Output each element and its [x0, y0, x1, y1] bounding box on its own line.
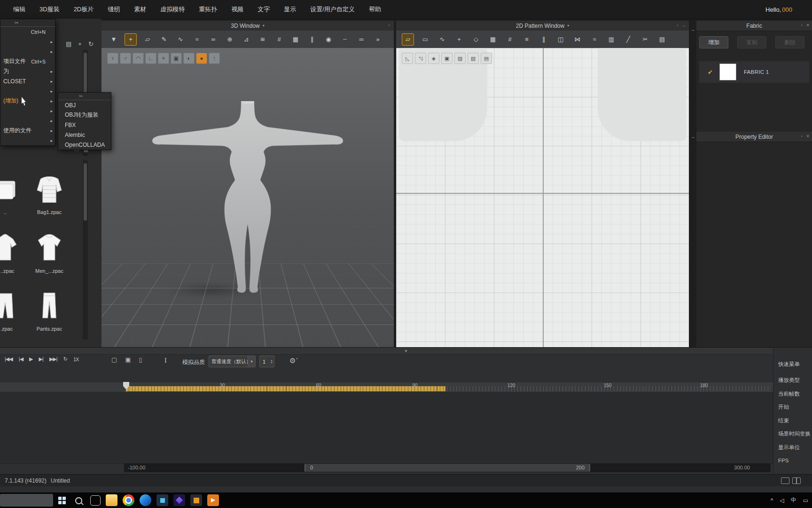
wind-controller-icon[interactable]: ≋	[257, 34, 268, 45]
next-frame-button[interactable]: ▶|	[39, 356, 43, 362]
close-panel-icon[interactable]: ×	[806, 23, 809, 28]
quick-menu-label[interactable]: FPS	[778, 458, 811, 471]
quick-menu-label[interactable]: 结束	[778, 417, 811, 431]
3d-viewport[interactable]: ♀♂◠∟+▣◐●↑	[102, 48, 394, 347]
menubar-item[interactable]: 显示	[284, 5, 296, 14]
avatar-model[interactable]	[150, 101, 345, 294]
fold-arrangement-icon[interactable]: ⊿	[241, 34, 252, 45]
float-panel-icon[interactable]: ▫	[388, 23, 390, 28]
avatar-hair-icon[interactable]: ◠	[133, 53, 144, 64]
topstitch-icon[interactable]: ┄	[339, 34, 351, 45]
show-grainline-icon[interactable]: ◹	[415, 53, 426, 64]
frame-input[interactable]: 1 ▴ ▾	[259, 356, 274, 367]
import-submenu-item[interactable]: OBJ转为服装	[58, 110, 111, 120]
pattern-grid-icon[interactable]: ▤	[656, 34, 668, 45]
show-grid-icon[interactable]: ▨	[454, 53, 466, 64]
app-icon-m[interactable]	[173, 494, 185, 506]
avatar-texture-icon[interactable]: ●	[196, 53, 207, 64]
float-panel-icon[interactable]: ▫	[677, 23, 679, 28]
edit-sewing-icon[interactable]: ∿	[175, 34, 186, 45]
file-menu-item[interactable]: ▸	[0, 86, 55, 96]
segment-sewing-icon[interactable]: ≈	[191, 34, 203, 45]
menubar-item[interactable]: 2D板片	[74, 5, 94, 14]
app-icon-orange[interactable]	[207, 494, 219, 506]
fabric-swatch[interactable]	[719, 64, 736, 80]
taskbar-widget[interactable]	[0, 494, 53, 507]
edit-curve-icon[interactable]: ∿	[437, 34, 448, 45]
menu-item-closet[interactable]: CLOSET ▸	[0, 76, 55, 86]
import-submenu-item[interactable]: FBX	[58, 120, 111, 130]
show-texture-icon[interactable]: ▧	[468, 53, 479, 64]
pin-icon[interactable]: ⊕	[224, 34, 235, 45]
sewing-2d-icon[interactable]: ⋈	[572, 34, 583, 45]
quick-menu-label[interactable]: 当前帧数	[778, 390, 811, 404]
scrollbar-thumb[interactable]	[84, 163, 87, 221]
file-menu-item[interactable]: ▸	[0, 135, 55, 145]
user-greeting[interactable]: Hello, 000	[765, 0, 792, 19]
pattern-piece-shape[interactable]	[598, 48, 686, 141]
avatar-male-icon[interactable]: ♂	[120, 53, 131, 64]
avatar-export-icon[interactable]: ↑	[209, 53, 220, 64]
slash-spread-icon[interactable]: ╱	[623, 34, 634, 45]
go-end-button[interactable]: ▶▶|	[49, 356, 57, 362]
menubar-item[interactable]: 视频	[231, 5, 243, 14]
timeline-ruler[interactable]: 306090120150180	[0, 382, 773, 392]
spin-down-icon[interactable]: ▾	[271, 362, 272, 364]
layout-split-icon[interactable]	[792, 477, 801, 484]
close-panel-icon[interactable]: ×	[806, 134, 809, 139]
menubar-item[interactable]: 重拓扑	[199, 5, 217, 14]
menu-item-save-project[interactable]: 项目文件 Ctrl+S	[0, 56, 55, 66]
button-tool-icon[interactable]: ◉	[323, 34, 334, 45]
2d-pattern-area[interactable]: ◺◹◈▣▨▧▤	[396, 48, 689, 347]
library-item-partial-2[interactable]	[0, 290, 21, 321]
polygon-tool-icon[interactable]: ◇	[470, 34, 482, 45]
avatar-shoes-icon[interactable]: ∟	[145, 53, 156, 64]
show-points-icon[interactable]: ◈	[428, 53, 439, 64]
library-item-men-shirt[interactable]	[34, 232, 65, 263]
library-item-partial-1[interactable]	[0, 232, 21, 263]
chrome-icon[interactable]	[123, 494, 134, 506]
parallel-tool-icon[interactable]: ∥	[538, 34, 549, 45]
menubar-item[interactable]: 设置/用户自定义	[310, 5, 355, 14]
play-button[interactable]: ▶	[29, 356, 32, 362]
library-item-folder-up[interactable]	[0, 174, 21, 205]
avatar-pose-icon[interactable]: +	[158, 53, 169, 64]
edge-icon[interactable]	[140, 494, 151, 506]
file-menu-item[interactable]: ▸	[0, 47, 55, 56]
collapse-panel-icon[interactable]: →	[681, 23, 686, 28]
show-sewing-icon[interactable]: ◺	[402, 53, 413, 64]
expand-panel-arrow-icon[interactable]: →	[690, 134, 695, 139]
property-editor-header[interactable]: Property Editor ▫ ×	[696, 132, 812, 142]
menubar-item[interactable]: 缝纫	[108, 5, 120, 14]
free-sewing-2d-icon[interactable]: ≈	[589, 34, 600, 45]
simulate-icon[interactable]: ▼	[108, 34, 119, 45]
app-icon-dark[interactable]	[156, 494, 168, 506]
tray-notification-icon[interactable]: ▭	[803, 497, 808, 504]
tray-chevron-icon[interactable]: ^	[771, 497, 773, 504]
menubar-item[interactable]: 素材	[134, 5, 146, 14]
fabric-delete-button[interactable]: 删除	[775, 36, 804, 48]
task-view-icon[interactable]	[90, 495, 101, 506]
search-icon[interactable]	[75, 497, 82, 504]
file-explorer-icon[interactable]	[106, 494, 117, 506]
menubar-item[interactable]: 3D服装	[39, 5, 60, 14]
file-menu-item[interactable]: ▸	[0, 37, 55, 47]
float-panel-icon[interactable]: ▫	[801, 134, 803, 139]
pen-3d-icon[interactable]: ✎	[158, 34, 170, 45]
symmetry-tool-icon[interactable]: ◫	[555, 34, 566, 45]
file-menu-item[interactable]: ▸	[0, 106, 55, 116]
file-menu-item[interactable]: ▸	[0, 116, 55, 126]
quick-menu-label[interactable]: 开始	[778, 404, 811, 417]
collapse-caret-icon[interactable]: ▼	[404, 349, 408, 353]
seam-allowance-icon[interactable]: ≡	[521, 34, 532, 45]
show-annotation-icon[interactable]: ▤	[481, 53, 492, 64]
chevron-down-icon[interactable]: ▾	[248, 356, 255, 367]
edit-pattern-icon[interactable]: ▭	[420, 34, 431, 45]
2d-window-header[interactable]: 2D Pattern Window ▾ ▫ →	[396, 21, 689, 31]
ime-indicator[interactable]: 中	[791, 496, 796, 504]
more-tools-icon[interactable]: »	[372, 34, 383, 45]
tray-speaker-icon[interactable]: ◁	[780, 497, 784, 504]
text-cursor-icon[interactable]: I	[164, 357, 167, 365]
delete-keyframe-icon[interactable]: ▯	[139, 356, 142, 363]
quick-menu-label[interactable]: 场景时间变换	[778, 430, 811, 444]
